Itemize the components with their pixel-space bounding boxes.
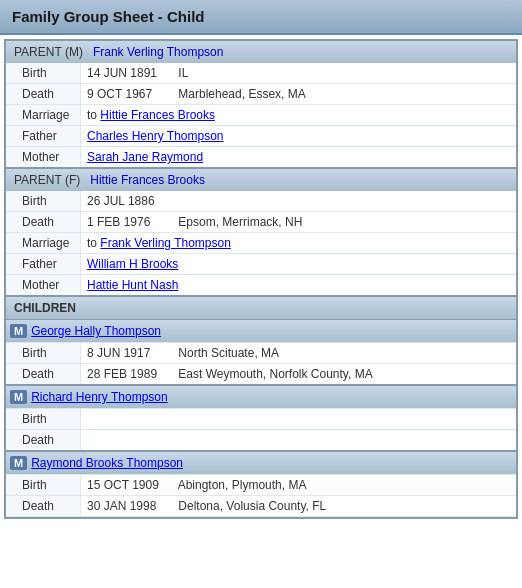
parent-m-marriage-link[interactable]: Hittie Frances Brooks — [100, 108, 215, 122]
child-3-birth-value: 15 OCT 1909 Abington, Plymouth, MA — [81, 475, 516, 495]
parent-m-death-row: Death 9 OCT 1967 Marblehead, Essex, MA — [6, 84, 516, 105]
parent-m-marriage-row: Marriage to Hittie Frances Brooks — [6, 105, 516, 126]
child-3-death-value: 30 JAN 1998 Deltona, Volusia County, FL — [81, 496, 516, 516]
parent-f-father-link[interactable]: William H Brooks — [87, 257, 178, 271]
mother-label-pm: Mother — [6, 147, 81, 167]
child-2-gender: M — [10, 390, 27, 404]
parent-m-marriage-value: to Hittie Frances Brooks — [81, 105, 516, 125]
parent-f-mother-value: Hattie Hunt Nash — [81, 275, 516, 295]
marriage-label-pf: Marriage — [6, 233, 81, 253]
death-label-c2: Death — [6, 430, 81, 450]
death-label-pm: Death — [6, 84, 81, 104]
child-3-gender: M — [10, 456, 27, 470]
parent-f-father-row: Father William H Brooks — [6, 254, 516, 275]
parent-m-mother-value: Sarah Jane Raymond — [81, 147, 516, 167]
birth-label-pf: Birth — [6, 191, 81, 211]
death-label-c3: Death — [6, 496, 81, 516]
parent-f-marriage-row: Marriage to Frank Verling Thompson — [6, 233, 516, 254]
marriage-label-pm: Marriage — [6, 105, 81, 125]
child-2-name-link[interactable]: Richard Henry Thompson — [31, 390, 168, 404]
parent-f-mother-link[interactable]: Hattie Hunt Nash — [87, 278, 178, 292]
parent-f-mother-row: Mother Hattie Hunt Nash — [6, 275, 516, 297]
parent-f-marriage-value: to Frank Verling Thompson — [81, 233, 516, 253]
mother-label-pf: Mother — [6, 275, 81, 295]
child-2-header: M Richard Henry Thompson — [6, 386, 516, 409]
parent-m-mother-row: Mother Sarah Jane Raymond — [6, 147, 516, 169]
parent-f-death-value: 1 FEB 1976 Epsom, Merrimack, NH — [81, 212, 516, 232]
child-1-death-value: 28 FEB 1989 East Weymouth, Norfolk Count… — [81, 364, 516, 384]
child-1-death-row: Death 28 FEB 1989 East Weymouth, Norfolk… — [6, 364, 516, 386]
child-2-death-value — [81, 430, 516, 450]
parent-m-father-row: Father Charles Henry Thompson — [6, 126, 516, 147]
parent-m-mother-link[interactable]: Sarah Jane Raymond — [87, 150, 203, 164]
child-3-name-link[interactable]: Raymond Brooks Thompson — [31, 456, 183, 470]
parent-f-header: PARENT (F) Hittie Frances Brooks — [6, 169, 516, 191]
page-header: Family Group Sheet - Child — [0, 0, 522, 35]
child-3-birth-row: Birth 15 OCT 1909 Abington, Plymouth, MA — [6, 475, 516, 496]
children-section-header: CHILDREN — [6, 297, 516, 320]
parent-m-birth-row: Birth 14 JUN 1891 IL — [6, 63, 516, 84]
child-3-death-row: Death 30 JAN 1998 Deltona, Volusia Count… — [6, 496, 516, 517]
parent-f-name-link[interactable]: Hittie Frances Brooks — [90, 173, 205, 187]
child-1-gender: M — [10, 324, 27, 338]
parent-m-header: PARENT (M) Frank Verling Thompson — [6, 41, 516, 63]
parent-m-father-link[interactable]: Charles Henry Thompson — [87, 129, 224, 143]
parent-m-name-link[interactable]: Frank Verling Thompson — [93, 45, 224, 59]
child-2-death-row: Death — [6, 430, 516, 452]
father-label-pm: Father — [6, 126, 81, 146]
parent-f-birth-value: 26 JUL 1886 — [81, 191, 516, 211]
birth-label-c1: Birth — [6, 343, 81, 363]
parent-m-birth-value: 14 JUN 1891 IL — [81, 63, 516, 83]
child-1-name-link[interactable]: George Hally Thompson — [31, 324, 161, 338]
child-3-header: M Raymond Brooks Thompson — [6, 452, 516, 475]
birth-label-c3: Birth — [6, 475, 81, 495]
death-label-pf: Death — [6, 212, 81, 232]
death-label-c1: Death — [6, 364, 81, 384]
birth-label-pm: Birth — [6, 63, 81, 83]
child-1-header: M George Hally Thompson — [6, 320, 516, 343]
child-2-birth-value — [81, 409, 516, 429]
parent-m-father-value: Charles Henry Thompson — [81, 126, 516, 146]
birth-label-c2: Birth — [6, 409, 81, 429]
child-1-birth-row: Birth 8 JUN 1917 North Scituate, MA — [6, 343, 516, 364]
parent-f-marriage-link[interactable]: Frank Verling Thompson — [100, 236, 231, 250]
father-label-pf: Father — [6, 254, 81, 274]
parent-f-death-row: Death 1 FEB 1976 Epsom, Merrimack, NH — [6, 212, 516, 233]
parent-f-father-value: William H Brooks — [81, 254, 516, 274]
parent-m-death-value: 9 OCT 1967 Marblehead, Essex, MA — [81, 84, 516, 104]
parent-f-birth-row: Birth 26 JUL 1886 — [6, 191, 516, 212]
child-1-birth-value: 8 JUN 1917 North Scituate, MA — [81, 343, 516, 363]
child-2-birth-row: Birth — [6, 409, 516, 430]
